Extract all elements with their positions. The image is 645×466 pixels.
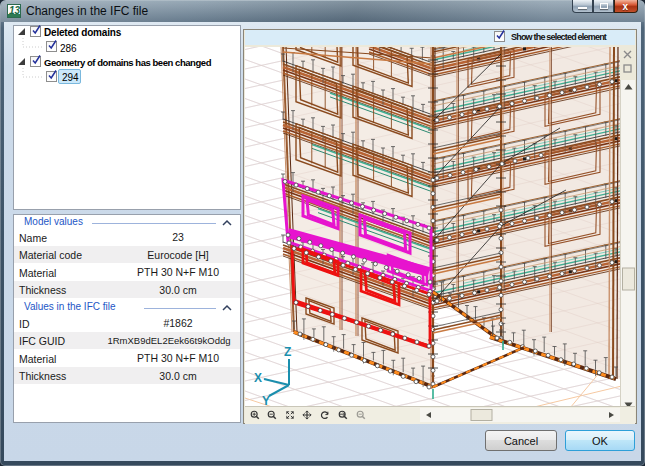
svg-text:X: X: [254, 371, 262, 385]
svg-text:Y: Y: [262, 394, 270, 406]
svg-text:Z: Z: [284, 345, 291, 359]
